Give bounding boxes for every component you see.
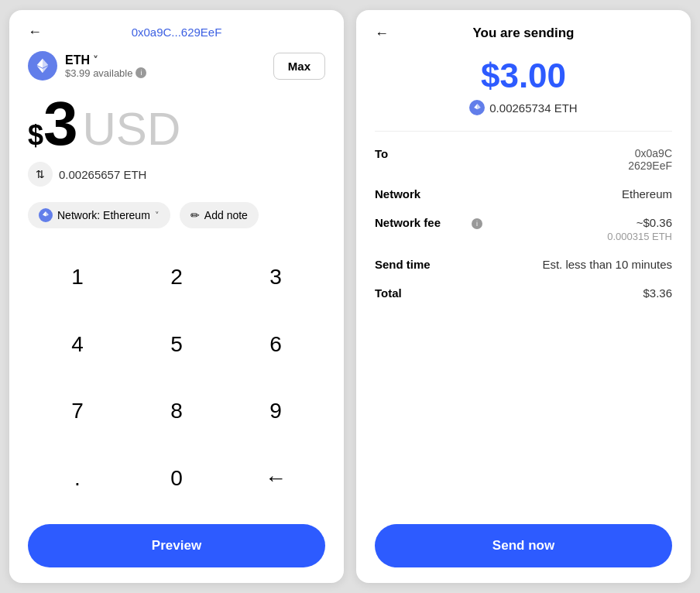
numpad-key-dot[interactable]: . (28, 445, 127, 512)
token-row: ETH ˅ $3.99 available i Max (28, 51, 325, 81)
numpad-key-1[interactable]: 1 (28, 244, 127, 311)
left-panel: ← 0x0a9C...629EeF ETH ˅ (9, 10, 344, 583)
numpad-key-5[interactable]: 5 (127, 311, 226, 379)
network-selector-button[interactable]: Network: Ethereum ˅ (28, 202, 170, 228)
send-now-button[interactable]: Send now (375, 524, 672, 567)
divider (375, 131, 672, 132)
total-row: Total $3.36 (375, 286, 672, 300)
total-label: Total (375, 286, 468, 300)
fee-label: Network fee i (375, 216, 482, 229)
numpad: 123456789.0← (28, 244, 325, 512)
dollar-sign: $ (28, 119, 43, 152)
svg-marker-4 (46, 211, 49, 217)
options-row: Network: Ethereum ˅ ✏ Add note (28, 202, 325, 228)
amount-display: $ 3 USD (28, 93, 325, 156)
fee-info-icon: i (472, 218, 482, 229)
add-note-label: Add note (204, 209, 248, 221)
to-row: To 0x0a9C 2629EeF (375, 147, 672, 172)
chevron-down-icon: ˅ (93, 54, 98, 66)
svg-marker-6 (477, 104, 480, 109)
wallet-address: 0x0a9C...629EeF (132, 26, 222, 39)
preview-button[interactable]: Preview (28, 524, 325, 567)
svg-marker-7 (474, 104, 477, 109)
numpad-key-3[interactable]: 3 (226, 244, 325, 311)
amount-currency: USD (83, 102, 181, 156)
numpad-key-6[interactable]: 6 (226, 311, 325, 379)
to-address: 0x0a9C 2629EeF (628, 147, 672, 172)
network-detail-value: Ethereum (622, 187, 672, 201)
numpad-key-backspace[interactable]: ← (226, 445, 325, 512)
numpad-key-8[interactable]: 8 (127, 378, 226, 445)
send-time-row: Send time Est. less than 10 minutes (375, 258, 672, 271)
fee-row: Network fee i ~$0.36 0.000315 ETH (375, 216, 672, 242)
left-header: ← 0x0a9C...629EeF (28, 26, 325, 39)
right-panel: ← You are sending $3.00 0.00265734 ETH T… (356, 10, 691, 583)
network-detail-label: Network (375, 187, 468, 201)
add-note-button[interactable]: ✏ Add note (180, 202, 259, 228)
amount-number: 3 (43, 93, 78, 155)
right-header: ← You are sending (375, 26, 672, 41)
back-button-right[interactable]: ← (375, 26, 389, 42)
network-row: Network Ethereum (375, 187, 672, 201)
numpad-key-4[interactable]: 4 (28, 311, 127, 379)
svg-marker-5 (43, 211, 46, 217)
numpad-key-7[interactable]: 7 (28, 378, 127, 445)
eth-network-icon (39, 208, 53, 222)
eth-equivalent-row: ⇅ 0.00265657 ETH (28, 162, 325, 187)
pencil-icon: ✏ (190, 209, 200, 221)
eth-amount-text: 0.00265657 ETH (59, 168, 146, 181)
network-label: Network: Ethereum (57, 209, 150, 221)
send-time-value: Est. less than 10 minutes (542, 258, 672, 271)
usd-amount: $3.00 (375, 57, 672, 95)
fee-label-text: Network fee (375, 216, 468, 229)
eth-logo-icon (28, 51, 57, 81)
token-name[interactable]: ETH ˅ (65, 53, 146, 67)
sending-title: You are sending (473, 26, 575, 41)
token-info: ETH ˅ $3.99 available i (65, 53, 146, 79)
info-icon: i (136, 67, 146, 78)
swap-currency-button[interactable]: ⇅ (28, 162, 53, 187)
token-available: $3.99 available i (65, 67, 146, 79)
token-left: ETH ˅ $3.99 available i (28, 51, 146, 81)
total-value: $3.36 (643, 286, 672, 300)
to-label: To (375, 147, 468, 160)
eth-icon-right (469, 100, 485, 115)
numpad-key-2[interactable]: 2 (127, 244, 226, 311)
numpad-key-9[interactable]: 9 (226, 378, 325, 445)
numpad-key-0[interactable]: 0 (127, 445, 226, 512)
eth-sub-amount-text: 0.00265734 ETH (489, 101, 577, 115)
back-button-left[interactable]: ← (28, 24, 42, 40)
sending-amount: $3.00 (375, 57, 672, 95)
network-chevron-icon: ˅ (155, 211, 160, 221)
max-button[interactable]: Max (273, 53, 325, 80)
send-time-label: Send time (375, 258, 468, 271)
eth-sub-amount: 0.00265734 ETH (375, 100, 672, 115)
fee-value: ~$0.36 0.000315 ETH (607, 216, 672, 242)
